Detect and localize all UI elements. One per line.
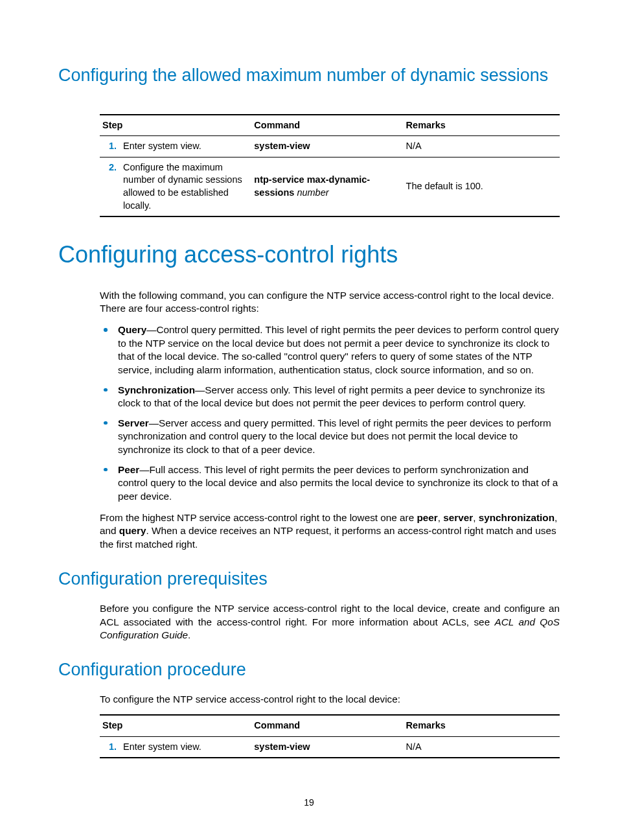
table-header: Remarks [404, 115, 560, 136]
step-text: Enter system view. [123, 140, 245, 153]
table-max-dynamic: Step Command Remarks 1.Enter system view… [100, 114, 560, 217]
table-row: 2.Configure the maximum number of dynami… [100, 157, 560, 216]
command-text: system-view [254, 741, 310, 752]
section-heading-procedure: Configuration procedure [58, 658, 560, 681]
list-item: Peer—Full access. This level of right pe… [100, 463, 560, 504]
procedure-intro: To configure the NTP service access-cont… [100, 693, 560, 706]
table-header: Step [100, 715, 251, 736]
section-heading-access-control: Configuring access-control rights [58, 239, 560, 271]
rights-list: Query—Control query permitted. This leve… [100, 323, 560, 504]
list-item: Query—Control query permitted. This leve… [100, 323, 560, 377]
intro-paragraph: With the following command, you can conf… [100, 289, 560, 316]
page-number: 19 [0, 797, 618, 809]
step-number: 1. [102, 741, 117, 754]
command-arg: number [297, 187, 328, 198]
table-header: Step [100, 115, 251, 136]
section-heading-prerequisites: Configuration prerequisites [58, 567, 560, 590]
step-number: 1. [102, 140, 117, 153]
table-header: Command [251, 115, 403, 136]
step-text: Configure the maximum number of dynamic … [123, 161, 245, 212]
table-row: 1.Enter system view. system-view N/A [100, 736, 560, 758]
table-procedure: Step Command Remarks 1.Enter system view… [100, 714, 560, 758]
prereq-paragraph: Before you configure the NTP service acc… [100, 602, 560, 642]
remarks-text: N/A [404, 136, 560, 158]
table-header: Command [251, 715, 403, 736]
table-row: 1.Enter system view. system-view N/A [100, 136, 560, 158]
step-text: Enter system view. [123, 741, 245, 754]
command-text: system-view [254, 141, 310, 151]
list-item: Server—Server access and query permitted… [100, 417, 560, 457]
summary-paragraph: From the highest NTP service access-cont… [100, 511, 560, 552]
step-number: 2. [102, 161, 117, 174]
remarks-text: N/A [404, 736, 560, 758]
section-heading-max-dynamic: Configuring the allowed maximum number o… [58, 65, 560, 87]
remarks-text: The default is 100. [404, 157, 560, 216]
table-header: Remarks [404, 715, 560, 736]
list-item: Synchronization—Server access only. This… [100, 384, 560, 410]
